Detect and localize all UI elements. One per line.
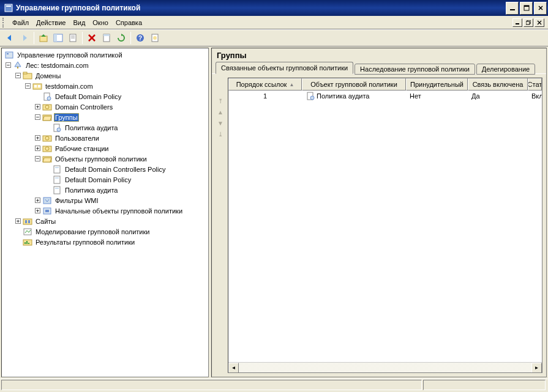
tree-ddcp[interactable]: Default Domain Controllers Policy [2,164,208,174]
col-enforced[interactable]: Принудительный [406,78,468,91]
tree-users[interactable]: + Пользователи [2,133,208,143]
collapse-icon[interactable]: − [35,156,40,161]
menu-window[interactable]: Окно [89,18,112,28]
properties-sheet-button[interactable] [100,31,113,45]
ou-icon [42,144,52,153]
tree-sites[interactable]: + Сайты [2,216,208,226]
svg-rect-48 [54,176,60,183]
svg-rect-14 [54,34,57,42]
menu-bar: Файл Действие Вид Окно Справка [0,16,548,29]
col-status[interactable]: Стат [528,78,542,91]
scroll-right-button[interactable]: ► [531,363,542,373]
gpmc-icon [4,50,14,60]
menu-view[interactable]: Вид [69,18,89,28]
gpo-link-icon [42,92,52,102]
ou-icon [42,102,52,112]
tree-groups[interactable]: − Группы [2,112,208,122]
tree-domain[interactable]: − testdomain.com [2,81,208,91]
svg-point-61 [310,96,314,100]
app-icon [4,3,13,13]
table-row[interactable]: 1 Политика аудита Нет Да Вкл [228,91,542,101]
collapse-icon[interactable]: − [6,62,11,68]
menu-action[interactable]: Действие [32,18,69,28]
move-up-button[interactable]: ▲ [216,107,225,117]
tab-delegation[interactable]: Делегирование [476,64,535,75]
tree-domain-controllers[interactable]: + Domain Controllers [2,102,208,112]
ou-open-icon [42,113,52,122]
svg-rect-7 [516,23,519,24]
expand-icon[interactable]: + [35,198,40,203]
tree-modeling[interactable]: Моделирование групповой политики [2,226,208,237]
refresh-button[interactable] [114,31,128,45]
svg-rect-51 [55,188,59,189]
expand-icon[interactable]: + [35,135,40,141]
tree-starter-gpo[interactable]: + Начальные объекты групповой политики [2,205,208,216]
reorder-buttons: ⤒ ▲ ▼ ⤓ [216,78,228,373]
tree-results[interactable]: Результаты групповой политики [2,237,208,247]
back-button[interactable] [3,31,17,45]
about-button[interactable] [148,31,162,45]
tree-pane[interactable]: Управление групповой политикой − Лес: te… [1,48,209,377]
col-link-enabled[interactable]: Связь включена [468,78,528,91]
move-bottom-button[interactable]: ⤓ [216,129,225,139]
svg-point-35 [47,97,51,100]
mdi-close-button[interactable] [535,18,544,27]
menu-file[interactable]: Файл [9,18,32,28]
modeling-icon [23,227,32,237]
scroll-left-button[interactable]: ◄ [228,363,239,373]
tree-audit-policy-gpo[interactable]: Политика аудита [2,185,208,195]
mdi-restore-button[interactable] [524,18,533,27]
expand-icon[interactable]: + [35,104,40,109]
cell-link-enabled: Да [468,92,528,100]
collapse-icon[interactable]: − [15,73,21,78]
gpo-link-icon [306,91,315,101]
svg-rect-56 [25,220,27,223]
delete-button[interactable] [85,31,99,45]
tree-forest[interactable]: − Лес: testdomain.com [2,60,208,70]
tree-domains[interactable]: − Домены [2,70,208,81]
tree-ddp[interactable]: Default Domain Policy [2,174,208,185]
svg-point-40 [57,128,61,131]
menu-help[interactable]: Справка [112,18,146,28]
forest-icon [13,61,23,70]
help-button[interactable]: ? [133,31,147,45]
svg-rect-21 [103,34,110,36]
tree-workstations[interactable]: + Рабочие станции [2,143,208,153]
tree-wmi-filters[interactable]: + Фильтры WMI [2,195,208,205]
scroll-track[interactable] [239,363,531,373]
forward-button[interactable] [18,31,31,45]
collapse-icon[interactable]: − [25,83,31,89]
col-gpo[interactable]: Объект групповой политики [302,78,406,91]
tree-gp-objects[interactable]: − Объекты групповой политики [2,153,208,164]
mdi-minimize-button[interactable] [512,18,522,27]
svg-rect-2 [510,9,515,10]
up-button[interactable] [37,31,50,45]
expand-icon[interactable]: + [15,218,21,224]
close-button[interactable] [534,2,547,15]
wmi-icon [42,196,52,205]
svg-rect-33 [38,85,40,87]
horizontal-scrollbar[interactable]: ◄ ► [228,362,542,372]
details-pane: Группы Связанные объекты групповой полит… [211,48,547,377]
minimize-button[interactable] [506,2,519,15]
tree-audit-policy-link[interactable]: Политика аудита [2,122,208,133]
gpo-icon [52,165,62,174]
title-bar: Управление групповой политикой [0,0,548,16]
status-cell [1,380,422,390]
move-down-button[interactable]: ▼ [216,118,225,128]
collapse-icon[interactable]: − [35,114,40,120]
tree-root[interactable]: Управление групповой политикой [2,50,208,60]
tree-default-domain-policy[interactable]: Default Domain Policy [2,91,208,102]
tab-inheritance[interactable]: Наследование групповой политики [355,64,475,75]
show-hide-tree-button[interactable] [51,31,65,45]
expand-icon[interactable]: + [35,208,40,213]
properties-button[interactable] [66,31,80,45]
col-link-order[interactable]: Порядок ссылок▲ [228,78,302,91]
move-top-button[interactable]: ⤒ [216,96,225,106]
linked-gpo-grid[interactable]: Порядок ссылок▲ Объект групповой политик… [228,78,542,373]
tree-groups-label: Группы [54,113,79,122]
expand-icon[interactable]: + [35,146,40,151]
svg-rect-27 [7,53,9,54]
maximize-button[interactable] [520,2,533,15]
tab-linked-gpos[interactable]: Связанные объекты групповой политики [216,62,353,74]
